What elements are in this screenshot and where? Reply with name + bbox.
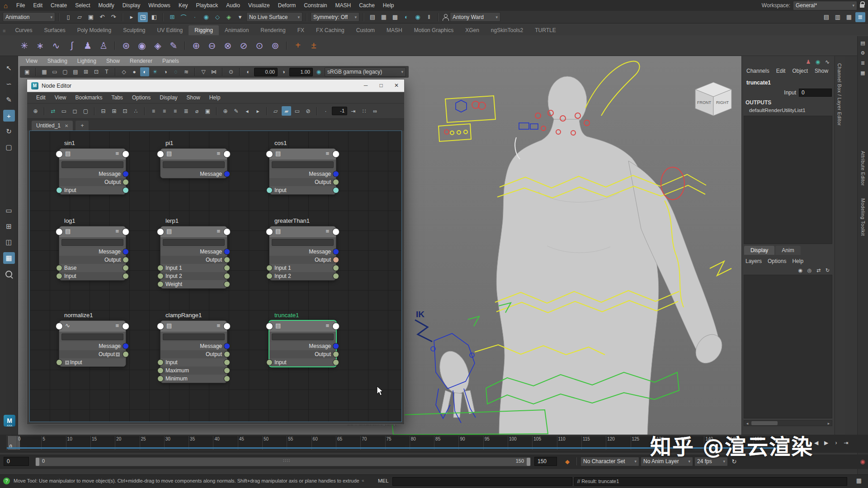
- node-truncate1[interactable]: truncate1▤≡MessageOutputInput: [269, 320, 337, 367]
- scale-tool-icon[interactable]: ▢: [3, 141, 15, 153]
- node-editor-menu-help[interactable]: Help: [205, 94, 225, 101]
- field-chart-icon[interactable]: ⊞: [81, 67, 90, 76]
- node-plug-message[interactable]: Message: [160, 342, 227, 350]
- shelf-tab-poly-modeling[interactable]: Poly Modeling: [71, 25, 117, 35]
- node-editor-menu-options[interactable]: Options: [127, 94, 155, 101]
- output-plug-icon[interactable]: [224, 343, 230, 349]
- menu-audio[interactable]: Audio: [222, 0, 244, 11]
- gamma-icon[interactable]: ◑: [279, 67, 288, 76]
- node-plug-output[interactable]: Output: [160, 256, 227, 264]
- node-plug-input[interactable]: +Input: [59, 358, 126, 366]
- pin-icon[interactable]: ∙: [321, 106, 330, 116]
- output-plug-icon[interactable]: [123, 179, 128, 185]
- shelf-tab-custom[interactable]: Custom: [350, 25, 381, 35]
- output-plug-icon[interactable]: [224, 376, 230, 381]
- resolution-gate-icon[interactable]: ▢: [61, 67, 70, 76]
- node-editor-menu-view[interactable]: View: [50, 94, 71, 101]
- output-plug-icon[interactable]: [333, 249, 339, 254]
- node-menu-icon[interactable]: ≡: [326, 150, 329, 157]
- home-icon[interactable]: ⌂: [4, 2, 8, 9]
- menu-select[interactable]: Select: [71, 0, 94, 11]
- node-header[interactable]: ▤≡: [160, 226, 227, 237]
- node-plug-minimum[interactable]: Minimum: [160, 375, 227, 383]
- node-plug-input[interactable]: Input: [269, 186, 336, 194]
- menu-key[interactable]: Key: [175, 0, 192, 11]
- output-plug-icon[interactable]: [333, 171, 339, 177]
- sidebar-modeling-toolkit-icon[interactable]: ▤: [821, 12, 831, 22]
- output-plug-icon[interactable]: [123, 343, 128, 349]
- hik-character-icon[interactable]: ±: [307, 38, 321, 53]
- auto-key-icon[interactable]: ◉: [858, 456, 868, 466]
- output-plug-icon[interactable]: [224, 249, 230, 254]
- node-menu-icon[interactable]: ≡: [217, 150, 220, 157]
- layer-refresh-icon[interactable]: ↻: [824, 267, 831, 274]
- mel-command-input[interactable]: [392, 477, 572, 486]
- orient-constraint-icon[interactable]: ⊗: [221, 38, 235, 53]
- xray-icon[interactable]: ▽: [199, 67, 208, 76]
- input-plug-icon[interactable]: [267, 265, 272, 271]
- node-name-field[interactable]: [163, 161, 225, 168]
- node-plug-output[interactable]: Output: [59, 256, 126, 264]
- shadows-icon[interactable]: ◑: [161, 67, 170, 76]
- node-name-field[interactable]: [163, 333, 225, 340]
- output-plug-icon[interactable]: [333, 179, 339, 185]
- expand-icon[interactable]: +: [65, 361, 69, 365]
- move-tool-icon[interactable]: +: [3, 110, 15, 122]
- input-plug-icon[interactable]: [158, 376, 163, 381]
- four-pane-layout-icon[interactable]: ⊞: [3, 221, 15, 232]
- sidebar-humanik-icon[interactable]: ▥: [833, 12, 843, 22]
- interactive-bind-icon[interactable]: ◉: [135, 38, 149, 53]
- output-plug-icon[interactable]: [123, 257, 128, 263]
- shelf-tab-sculpting[interactable]: Sculpting: [117, 25, 151, 35]
- ik-handle-icon[interactable]: ∿: [49, 38, 63, 53]
- node-port-icon[interactable]: [224, 151, 230, 157]
- mel-label[interactable]: MEL: [378, 478, 389, 483]
- two-pane-layout-icon[interactable]: ◫: [3, 236, 15, 248]
- node-plug-output[interactable]: Output: [59, 178, 126, 186]
- node-plug-weight[interactable]: Weight: [160, 280, 227, 288]
- layer-tab-display[interactable]: Display: [744, 246, 774, 255]
- use-all-lights-icon[interactable]: ☀: [151, 67, 160, 76]
- skeleton-icon[interactable]: ♟: [80, 38, 95, 53]
- attribute-value-field[interactable]: 0: [799, 89, 832, 97]
- paint-skin-weights-icon[interactable]: ✎: [166, 38, 181, 53]
- output-plug-icon[interactable]: [333, 273, 339, 279]
- viewport-menu-renderer[interactable]: Renderer: [126, 57, 156, 65]
- smooth-shade-icon[interactable]: ●: [130, 67, 139, 76]
- hik-add-icon[interactable]: +: [291, 38, 305, 53]
- node-port-icon[interactable]: [333, 323, 339, 329]
- output-plug-icon[interactable]: [224, 368, 230, 373]
- safe-title-icon[interactable]: T: [102, 67, 111, 76]
- node-plug-message[interactable]: Message: [269, 342, 336, 350]
- input-plug-icon[interactable]: [158, 360, 163, 365]
- node-header[interactable]: ▤≡: [59, 226, 126, 237]
- node-plug-message[interactable]: Message: [160, 248, 227, 256]
- layer-sync-icon[interactable]: ⇄: [815, 267, 822, 274]
- input-plug-icon[interactable]: [158, 273, 163, 279]
- output-plug-icon[interactable]: [333, 188, 339, 193]
- node-menu-icon[interactable]: ≡: [115, 228, 119, 235]
- menu-modify[interactable]: Modify: [94, 0, 118, 11]
- workspace-lock-icon[interactable]: [860, 2, 864, 9]
- node-plug-input-1[interactable]: Input 1: [269, 264, 336, 272]
- parent-constraint-icon[interactable]: ⊕: [189, 38, 203, 53]
- node-plug-output[interactable]: Output: [160, 350, 227, 358]
- node-menu-icon[interactable]: ≡: [115, 150, 119, 157]
- input-plug-icon[interactable]: [267, 273, 272, 279]
- select-component-icon[interactable]: ◧: [149, 12, 159, 22]
- node-sin1[interactable]: sin1▤≡MessageOutputInput: [59, 148, 126, 195]
- make-live-icon[interactable]: ◈: [224, 12, 234, 22]
- zoom-tool-icon[interactable]: [3, 268, 15, 280]
- output-plug-icon[interactable]: [224, 282, 230, 287]
- exposure-field[interactable]: 0.00: [254, 68, 278, 76]
- isolate-select-icon[interactable]: ⊙: [226, 67, 236, 76]
- node-menu-icon[interactable]: ≡: [217, 322, 220, 329]
- node-plug-message[interactable]: Message: [59, 248, 126, 256]
- display-connected-icon[interactable]: ▰: [282, 106, 291, 116]
- rotate-tool-icon[interactable]: ↻: [3, 126, 15, 137]
- node-editor-menu-display[interactable]: Display: [155, 94, 182, 101]
- node-port-icon[interactable]: [56, 229, 62, 235]
- tab-modeling-toolkit[interactable]: Modeling Toolkit: [860, 198, 866, 236]
- output-plug-icon[interactable]: [224, 257, 230, 263]
- snap-curve-icon[interactable]: ⌒: [179, 12, 189, 22]
